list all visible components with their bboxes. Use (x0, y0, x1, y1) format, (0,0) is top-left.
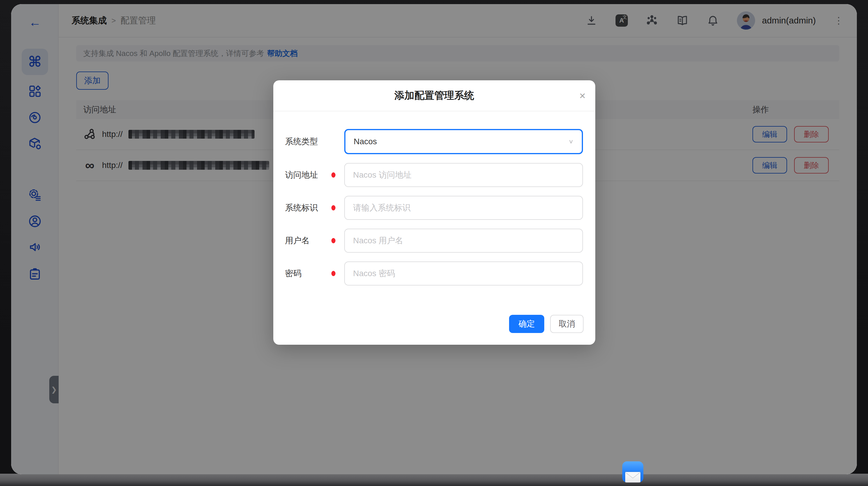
ok-button[interactable]: 确定 (509, 315, 544, 333)
field-label: 密码 (285, 268, 326, 279)
envelope-shape (625, 472, 641, 483)
modal-footer: 确定 取消 (509, 315, 584, 333)
field-password: 密码 (285, 261, 584, 286)
select-value: Nacos (354, 137, 568, 146)
modal-title: 添加配置管理系统 (395, 89, 474, 102)
desktop-background-strip (0, 474, 868, 486)
username-input[interactable] (344, 229, 583, 253)
add-config-system-modal: 添加配置管理系统 ✕ 系统类型 Nacos ∨ 访问地址 (273, 80, 595, 345)
close-icon[interactable]: ✕ (579, 80, 586, 111)
modal-form: 系统类型 Nacos ∨ 访问地址 (273, 111, 595, 286)
field-system-type: 系统类型 Nacos ∨ (285, 129, 584, 154)
cancel-button[interactable]: 取消 (550, 315, 584, 333)
field-label: 用户名 (285, 235, 326, 246)
screen: ← ⌘ (0, 0, 868, 486)
system-type-select[interactable]: Nacos ∨ (344, 129, 583, 154)
field-username: 用户名 (285, 229, 584, 253)
password-input[interactable] (344, 261, 583, 286)
chevron-down-icon: ∨ (568, 138, 574, 145)
modal-header: 添加配置管理系统 ✕ (273, 80, 595, 111)
field-label: 系统标识 (285, 202, 326, 214)
required-dot (331, 205, 336, 210)
app-window: ← ⌘ (11, 4, 857, 474)
field-access-address: 访问地址 (285, 163, 584, 187)
field-label: 系统类型 (285, 136, 326, 147)
field-system-id: 系统标识 (285, 196, 584, 220)
required-dot (331, 238, 336, 243)
required-dot (331, 172, 336, 177)
required-dot (331, 271, 336, 276)
system-id-input[interactable] (344, 196, 583, 220)
mail-icon[interactable] (622, 461, 643, 483)
access-address-input[interactable] (344, 163, 583, 187)
field-label: 访问地址 (285, 169, 326, 181)
